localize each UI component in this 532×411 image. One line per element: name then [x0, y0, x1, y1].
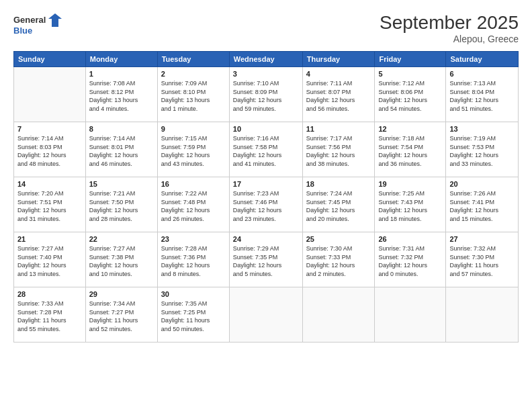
day-info: Sunrise: 7:21 AM Sunset: 7:50 PM Dayligh… [89, 189, 154, 223]
week-row-2: 7Sunrise: 7:14 AM Sunset: 8:03 PM Daylig… [14, 122, 519, 177]
weekday-header-tuesday: Tuesday [157, 52, 229, 67]
calendar-cell [302, 287, 375, 342]
calendar-cell: 29Sunrise: 7:34 AM Sunset: 7:27 PM Dayli… [85, 287, 157, 342]
day-number: 15 [89, 180, 154, 188]
svg-marker-2 [48, 13, 62, 27]
day-info: Sunrise: 7:15 AM Sunset: 7:59 PM Dayligh… [161, 134, 226, 168]
day-number: 8 [89, 125, 154, 133]
day-number: 11 [306, 125, 371, 133]
day-number: 28 [17, 290, 82, 298]
calendar-cell: 15Sunrise: 7:21 AM Sunset: 7:50 PM Dayli… [85, 177, 157, 232]
month-title: September 2025 [380, 12, 519, 34]
week-row-5: 28Sunrise: 7:33 AM Sunset: 7:28 PM Dayli… [14, 287, 519, 342]
day-info: Sunrise: 7:22 AM Sunset: 7:48 PM Dayligh… [161, 189, 226, 223]
calendar-cell: 12Sunrise: 7:18 AM Sunset: 7:54 PM Dayli… [375, 122, 446, 177]
calendar-cell: 14Sunrise: 7:20 AM Sunset: 7:51 PM Dayli… [14, 177, 86, 232]
day-info: Sunrise: 7:12 AM Sunset: 8:06 PM Dayligh… [378, 79, 442, 113]
calendar-cell: 18Sunrise: 7:24 AM Sunset: 7:45 PM Dayli… [302, 177, 375, 232]
calendar-cell: 7Sunrise: 7:14 AM Sunset: 8:03 PM Daylig… [14, 122, 86, 177]
day-info: Sunrise: 7:25 AM Sunset: 7:43 PM Dayligh… [378, 189, 442, 223]
day-number: 12 [378, 125, 442, 133]
svg-text:General: General [13, 15, 46, 25]
day-number: 27 [449, 235, 515, 243]
calendar-cell: 16Sunrise: 7:22 AM Sunset: 7:48 PM Dayli… [157, 177, 229, 232]
calendar-cell: 23Sunrise: 7:28 AM Sunset: 7:36 PM Dayli… [157, 232, 229, 287]
calendar-cell: 17Sunrise: 7:23 AM Sunset: 7:46 PM Dayli… [229, 177, 302, 232]
day-number: 7 [17, 125, 82, 133]
weekday-header-wednesday: Wednesday [229, 52, 302, 67]
day-number: 6 [449, 70, 515, 78]
calendar-cell: 11Sunrise: 7:17 AM Sunset: 7:56 PM Dayli… [302, 122, 375, 177]
page: General Blue September 2025 Alepou, Gree… [0, 0, 532, 411]
calendar-cell: 27Sunrise: 7:32 AM Sunset: 7:30 PM Dayli… [446, 232, 519, 287]
calendar-cell: 2Sunrise: 7:09 AM Sunset: 8:10 PM Daylig… [157, 67, 229, 122]
day-info: Sunrise: 7:29 AM Sunset: 7:35 PM Dayligh… [233, 244, 299, 278]
day-number: 14 [17, 180, 82, 188]
calendar-cell [446, 287, 519, 342]
weekday-header-row: SundayMondayTuesdayWednesdayThursdayFrid… [14, 52, 519, 67]
day-number: 23 [161, 235, 226, 243]
weekday-header-sunday: Sunday [14, 52, 86, 67]
day-info: Sunrise: 7:31 AM Sunset: 7:32 PM Dayligh… [378, 244, 442, 278]
day-number: 18 [306, 180, 371, 188]
weekday-header-saturday: Saturday [446, 52, 519, 67]
calendar-cell: 21Sunrise: 7:27 AM Sunset: 7:40 PM Dayli… [14, 232, 86, 287]
week-row-3: 14Sunrise: 7:20 AM Sunset: 7:51 PM Dayli… [14, 177, 519, 232]
day-info: Sunrise: 7:20 AM Sunset: 7:51 PM Dayligh… [17, 189, 82, 223]
calendar-cell: 22Sunrise: 7:27 AM Sunset: 7:38 PM Dayli… [85, 232, 157, 287]
day-number: 9 [161, 125, 226, 133]
day-info: Sunrise: 7:32 AM Sunset: 7:30 PM Dayligh… [449, 244, 515, 278]
day-info: Sunrise: 7:24 AM Sunset: 7:45 PM Dayligh… [306, 189, 371, 223]
day-info: Sunrise: 7:14 AM Sunset: 8:03 PM Dayligh… [17, 134, 82, 168]
calendar-cell: 19Sunrise: 7:25 AM Sunset: 7:43 PM Dayli… [375, 177, 446, 232]
calendar-cell: 25Sunrise: 7:30 AM Sunset: 7:33 PM Dayli… [302, 232, 375, 287]
day-info: Sunrise: 7:30 AM Sunset: 7:33 PM Dayligh… [306, 244, 371, 278]
logo: General Blue [13, 12, 62, 36]
day-number: 30 [161, 290, 226, 298]
day-number: 22 [89, 235, 154, 243]
calendar-cell [229, 287, 302, 342]
day-info: Sunrise: 7:10 AM Sunset: 8:09 PM Dayligh… [233, 79, 299, 113]
day-number: 21 [17, 235, 82, 243]
calendar-cell: 6Sunrise: 7:13 AM Sunset: 8:04 PM Daylig… [446, 67, 519, 122]
day-info: Sunrise: 7:17 AM Sunset: 7:56 PM Dayligh… [306, 134, 371, 168]
day-number: 10 [233, 125, 299, 133]
day-info: Sunrise: 7:16 AM Sunset: 7:58 PM Dayligh… [233, 134, 299, 168]
calendar-cell: 9Sunrise: 7:15 AM Sunset: 7:59 PM Daylig… [157, 122, 229, 177]
weekday-header-friday: Friday [375, 52, 446, 67]
calendar-cell [14, 67, 86, 122]
day-number: 4 [306, 70, 371, 78]
day-info: Sunrise: 7:26 AM Sunset: 7:41 PM Dayligh… [449, 189, 515, 223]
calendar-cell [375, 287, 446, 342]
day-info: Sunrise: 7:11 AM Sunset: 8:07 PM Dayligh… [306, 79, 371, 113]
calendar-cell: 1Sunrise: 7:08 AM Sunset: 8:12 PM Daylig… [85, 67, 157, 122]
day-number: 5 [378, 70, 442, 78]
day-number: 20 [449, 180, 515, 188]
day-info: Sunrise: 7:27 AM Sunset: 7:40 PM Dayligh… [17, 244, 82, 278]
day-number: 25 [306, 235, 371, 243]
calendar-cell: 10Sunrise: 7:16 AM Sunset: 7:58 PM Dayli… [229, 122, 302, 177]
day-info: Sunrise: 7:33 AM Sunset: 7:28 PM Dayligh… [17, 300, 82, 333]
day-number: 3 [233, 70, 299, 78]
weekday-header-thursday: Thursday [302, 52, 375, 67]
logo-svg: General Blue [13, 12, 62, 36]
day-info: Sunrise: 7:18 AM Sunset: 7:54 PM Dayligh… [378, 134, 442, 168]
calendar-cell: 20Sunrise: 7:26 AM Sunset: 7:41 PM Dayli… [446, 177, 519, 232]
day-number: 29 [89, 290, 154, 298]
day-info: Sunrise: 7:09 AM Sunset: 8:10 PM Dayligh… [161, 79, 226, 113]
day-number: 2 [161, 70, 226, 78]
day-info: Sunrise: 7:19 AM Sunset: 7:53 PM Dayligh… [449, 134, 515, 168]
day-info: Sunrise: 7:27 AM Sunset: 7:38 PM Dayligh… [89, 244, 154, 278]
day-number: 13 [449, 125, 515, 133]
day-number: 16 [161, 180, 226, 188]
calendar-cell: 13Sunrise: 7:19 AM Sunset: 7:53 PM Dayli… [446, 122, 519, 177]
calendar-cell: 30Sunrise: 7:35 AM Sunset: 7:25 PM Dayli… [157, 287, 229, 342]
day-number: 17 [233, 180, 299, 188]
day-number: 19 [378, 180, 442, 188]
weekday-header-monday: Monday [85, 52, 157, 67]
calendar-cell: 8Sunrise: 7:14 AM Sunset: 8:01 PM Daylig… [85, 122, 157, 177]
calendar-cell: 24Sunrise: 7:29 AM Sunset: 7:35 PM Dayli… [229, 232, 302, 287]
day-info: Sunrise: 7:35 AM Sunset: 7:25 PM Dayligh… [161, 300, 226, 333]
calendar-cell: 5Sunrise: 7:12 AM Sunset: 8:06 PM Daylig… [375, 67, 446, 122]
calendar-cell: 28Sunrise: 7:33 AM Sunset: 7:28 PM Dayli… [14, 287, 86, 342]
